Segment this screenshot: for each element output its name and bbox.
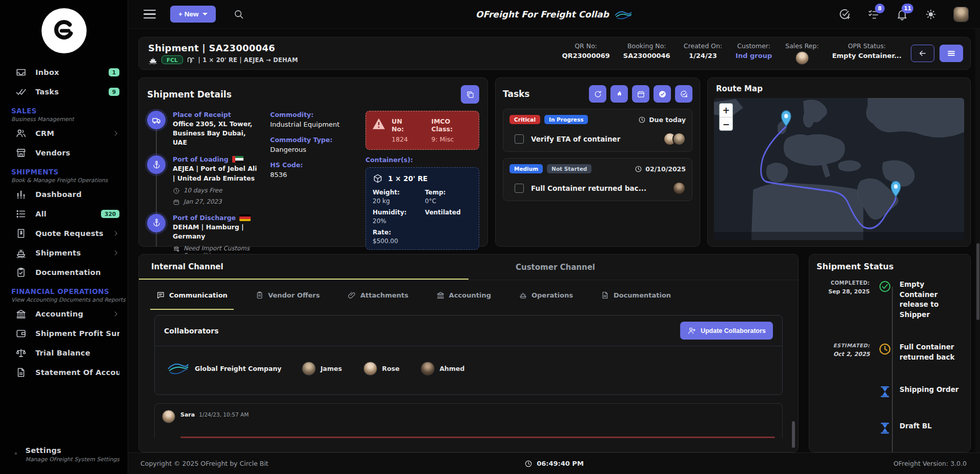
sidebar-item-quote-requests[interactable]: Quote Requests bbox=[0, 224, 128, 243]
channel-scrollbar[interactable] bbox=[792, 421, 795, 448]
sidebar-item-accounting[interactable]: Accounting bbox=[0, 304, 128, 324]
bottom-row: Internal Channel Customer Channel Commun… bbox=[138, 254, 971, 452]
button-label: Update Collaborators bbox=[701, 327, 766, 334]
due-date: Due today bbox=[638, 116, 686, 124]
tab-internal-channel[interactable]: Internal Channel bbox=[139, 254, 468, 280]
copy-details-button[interactable] bbox=[461, 85, 479, 104]
step-meta: COMPLETED: Sep 28, 2025 bbox=[816, 280, 877, 295]
sidebar-item-vendors[interactable]: Vendors bbox=[0, 143, 128, 163]
field-label: Booking No: bbox=[623, 42, 670, 50]
loading-date-text: Jan 27, 2023 bbox=[183, 198, 221, 205]
storefront-icon bbox=[15, 147, 27, 159]
assignee-avatar[interactable] bbox=[672, 182, 686, 195]
collaborator-company[interactable]: Global Freight Company bbox=[166, 360, 281, 377]
chevron-down-icon bbox=[202, 13, 208, 15]
task-item[interactable]: Critical In Progress Due today Verify ET… bbox=[503, 109, 692, 152]
search-icon[interactable] bbox=[233, 9, 244, 20]
notifications-button[interactable]: 11 bbox=[896, 8, 908, 21]
temp-field: Temp: 0°C bbox=[425, 189, 472, 205]
task-checkbox[interactable] bbox=[515, 184, 524, 193]
field-label: OPR Status: bbox=[832, 42, 902, 50]
scrollbar-thumb[interactable] bbox=[976, 243, 979, 320]
new-button[interactable]: + New bbox=[170, 6, 216, 23]
theme-toggle-button[interactable] bbox=[925, 8, 937, 21]
sidebar-item-dashboard[interactable]: Dashboard bbox=[0, 185, 128, 204]
completed-tasks-button[interactable] bbox=[654, 85, 671, 103]
clock-icon bbox=[638, 116, 646, 124]
sidebar-item-documentation[interactable]: Documentation bbox=[0, 263, 128, 282]
sidebar-item-label: Dashboard bbox=[35, 190, 119, 199]
task-list-button[interactable]: 8 bbox=[867, 8, 880, 21]
sidebar-item-inbox[interactable]: Inbox 1 bbox=[0, 63, 128, 82]
chevron-right-icon bbox=[112, 249, 119, 256]
container-heading: 1 × 20' RE bbox=[373, 173, 472, 184]
world-map bbox=[714, 98, 964, 240]
tab-documentation[interactable]: Documentation bbox=[601, 280, 671, 310]
container-name: 1 × 20' RE bbox=[388, 174, 427, 183]
check-circle-plus-icon bbox=[839, 8, 851, 21]
due-date-text: 02/10/2025 bbox=[645, 165, 686, 173]
inbox-count-badge: 1 bbox=[109, 68, 119, 77]
sidebar-item-settings[interactable]: Settings Manage OFreight System Settings bbox=[0, 442, 128, 467]
sidebar-item-statement-of-accounts[interactable]: Statement Of Accounts bbox=[0, 363, 128, 382]
task-checkbox[interactable] bbox=[515, 134, 524, 144]
clipboard-icon bbox=[255, 291, 264, 300]
tab-label: Internal Channel bbox=[139, 262, 223, 271]
calendar-view-button[interactable] bbox=[632, 85, 649, 103]
sidebar-item-shipments[interactable]: Shipments bbox=[0, 243, 128, 263]
tab-communication[interactable]: Communication bbox=[156, 280, 228, 310]
sidebar-item-shipment-profit-summary[interactable]: Shipment Profit Summary bbox=[0, 324, 128, 343]
tab-attachments[interactable]: Attachments bbox=[348, 280, 409, 310]
field-label: Humidity: bbox=[373, 209, 420, 216]
zoom-in-button[interactable]: + bbox=[720, 104, 732, 117]
tasks-panel: Tasks Critical In Progress bbox=[495, 77, 700, 247]
back-button[interactable] bbox=[911, 45, 934, 62]
shipment-summary: | 1 × 20' RE | AEJEA → DEHAM bbox=[198, 56, 298, 64]
user-avatar[interactable] bbox=[953, 7, 969, 22]
collaborator-member[interactable]: James bbox=[302, 362, 342, 376]
approve-tasks-button[interactable] bbox=[839, 8, 851, 21]
message-item[interactable]: Sara 1/24/23, 10:57 AM bbox=[162, 410, 775, 423]
task-item[interactable]: Medium Not Started 02/10/2025 Full Conta… bbox=[503, 158, 692, 201]
field-value: QR23000069 bbox=[562, 52, 609, 60]
field-value: 20 kg bbox=[373, 198, 420, 205]
task-assignees bbox=[672, 182, 686, 195]
tab-accounting[interactable]: Accounting bbox=[436, 280, 491, 310]
sidebar-item-crm[interactable]: CRM bbox=[0, 124, 128, 143]
refresh-tasks-button[interactable] bbox=[589, 85, 606, 103]
warning-icon bbox=[372, 117, 385, 130]
sidebar-item-trial-balance[interactable]: Trial Balance bbox=[0, 343, 128, 363]
customer-link[interactable]: Ind group bbox=[736, 52, 772, 60]
zoom-out-button[interactable]: − bbox=[720, 117, 732, 130]
collaborator-member[interactable]: Rose bbox=[363, 362, 399, 376]
humidity-field: Humidity: 20% bbox=[373, 209, 420, 225]
tab-operations[interactable]: Operations bbox=[519, 280, 573, 310]
field-value: 1824 bbox=[392, 135, 416, 143]
route-map-title: Route Map bbox=[716, 84, 962, 93]
sidebar-item-tasks[interactable]: Tasks 9 bbox=[0, 82, 128, 102]
rate-field: Rate: $500.00 bbox=[373, 229, 420, 245]
sidebar-item-all[interactable]: All 320 bbox=[0, 204, 128, 224]
collaborator-member[interactable]: Ahmed bbox=[421, 362, 464, 376]
tab-customer-channel[interactable]: Customer Channel bbox=[468, 254, 798, 280]
assignee-avatar[interactable] bbox=[672, 132, 686, 146]
update-collaborators-button[interactable]: Update Collaborators bbox=[680, 322, 773, 340]
tab-vendor-offers[interactable]: Vendor Offers bbox=[255, 280, 320, 310]
page-scrollbar[interactable] bbox=[975, 29, 980, 452]
menu-toggle-button[interactable] bbox=[144, 10, 156, 19]
channel-tabs: Internal Channel Customer Channel bbox=[139, 254, 798, 280]
route-map[interactable]: + − bbox=[714, 98, 964, 240]
company-logo[interactable] bbox=[42, 8, 87, 53]
shipment-menu-button[interactable] bbox=[940, 45, 963, 62]
priority-filter-button[interactable] bbox=[610, 85, 628, 103]
commodity-field: Commodity: Industrial Equipment bbox=[270, 111, 356, 128]
sales-rep-avatar[interactable] bbox=[795, 51, 809, 65]
sidebar-item-label: All bbox=[35, 210, 92, 218]
app-title: OFreight For Freight Collab bbox=[476, 9, 609, 19]
task-title: Verify ETA of container bbox=[531, 135, 656, 143]
shipment-status-title: Shipment Status bbox=[816, 262, 963, 271]
imco-class-field: IMCO Class: 9: Misc bbox=[432, 117, 473, 143]
clipboard-check-icon bbox=[15, 267, 27, 278]
add-task-button[interactable] bbox=[675, 85, 692, 103]
channel-panel: Internal Channel Customer Channel Commun… bbox=[138, 254, 799, 452]
